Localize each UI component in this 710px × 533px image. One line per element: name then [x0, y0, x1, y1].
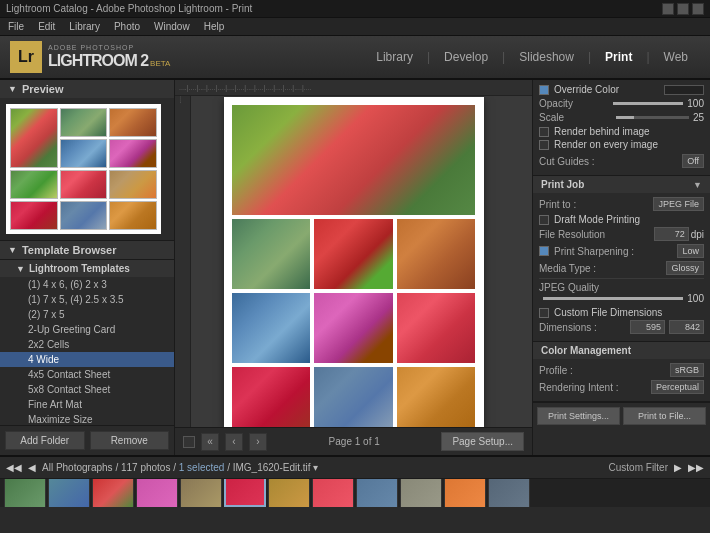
draft-mode-checkbox[interactable]	[539, 215, 549, 225]
template-browser-label: Template Browser	[22, 244, 117, 256]
sharpening-checkbox[interactable]	[539, 246, 549, 256]
sharpening-dropdown[interactable]: Low	[677, 244, 704, 258]
filmstrip-thumb-8[interactable]	[312, 479, 354, 507]
override-color-checkbox[interactable]	[539, 85, 549, 95]
photo-cell-large	[232, 105, 476, 215]
nav-prev-button[interactable]: ‹	[225, 433, 243, 451]
filmstrip-thumb-1[interactable]	[4, 479, 46, 507]
scale-slider-fill	[616, 116, 634, 119]
profile-dropdown[interactable]: sRGB	[670, 363, 704, 377]
template-browser-header[interactable]: ▼ Template Browser	[0, 241, 174, 259]
render-every-row: Render on every image	[539, 139, 704, 150]
preview-header[interactable]: ▼ Preview	[0, 80, 174, 98]
print-to-row: Print to : JPEG File	[539, 197, 704, 211]
filmstrip-thumb-2[interactable]	[48, 479, 90, 507]
add-folder-button[interactable]: Add Folder	[5, 431, 85, 450]
sharpening-label: Print Sharpening :	[554, 246, 677, 257]
filmstrip-next-icon[interactable]: ▶	[674, 462, 682, 473]
tab-print[interactable]: Print	[593, 46, 644, 68]
template-item-3[interactable]: (2) 7 x 5	[0, 307, 174, 322]
filmstrip-thumb-9[interactable]	[356, 479, 398, 507]
filmstrip-thumb-5[interactable]	[180, 479, 222, 507]
jpeg-quality-slider[interactable]	[543, 297, 683, 300]
template-item-4[interactable]: 2-Up Greeting Card	[0, 322, 174, 337]
template-item-5[interactable]: 2x2 Cells	[0, 337, 174, 352]
menu-library[interactable]: Library	[69, 21, 100, 32]
photo-cell-5	[232, 293, 311, 363]
template-item-6[interactable]: 4 Wide	[0, 352, 174, 367]
template-item-2[interactable]: (1) 7 x 5, (4) 2.5 x 3.5	[0, 292, 174, 307]
opacity-slider[interactable]	[613, 102, 683, 105]
logo-adobe-text: ADOBE PHOTOSHOP	[48, 44, 170, 52]
filmstrip-thumb-10[interactable]	[400, 479, 442, 507]
photo-cell-8	[232, 367, 311, 428]
remove-button[interactable]: Remove	[90, 431, 170, 450]
scale-slider[interactable]	[616, 116, 689, 119]
render-behind-checkbox[interactable]	[539, 127, 549, 137]
override-color-row: Override Color	[539, 84, 704, 95]
template-item-7[interactable]: 4x5 Contact Sheet	[0, 367, 174, 382]
menu-photo[interactable]: Photo	[114, 21, 140, 32]
preview-cell-2	[60, 108, 108, 137]
dim-width-input[interactable]	[630, 320, 665, 334]
cut-guides-dropdown[interactable]: Off	[682, 154, 704, 168]
center-panel: ....|....|....|....|....|....|....|....|…	[175, 80, 532, 455]
select-checkbox[interactable]	[183, 436, 195, 448]
filmstrip-thumb-7[interactable]	[268, 479, 310, 507]
template-item-10[interactable]: Maximize Size	[0, 412, 174, 425]
filmstrip-thumb-12[interactable]	[488, 479, 530, 507]
minimize-button[interactable]	[662, 3, 674, 15]
print-settings-button[interactable]: Print Settings...	[537, 407, 620, 425]
menu-file[interactable]: File	[8, 21, 24, 32]
tab-develop[interactable]: Develop	[432, 46, 500, 68]
lightroom-templates-group[interactable]: ▼ Lightroom Templates	[0, 260, 174, 277]
print-to-file-button[interactable]: Print to File...	[623, 407, 706, 425]
file-res-input[interactable]	[654, 227, 689, 241]
filmstrip-thumb-6[interactable]	[224, 479, 266, 507]
menu-window[interactable]: Window	[154, 21, 190, 32]
main-area: ▼ Preview	[0, 80, 710, 455]
tab-slideshow[interactable]: Slideshow	[507, 46, 586, 68]
opacity-row: Opacity 100	[539, 98, 704, 109]
tab-library[interactable]: Library	[364, 46, 425, 68]
left-panel-buttons: Add Folder Remove	[0, 425, 174, 455]
template-browser-section: ▼ Template Browser	[0, 241, 174, 260]
preview-canvas	[6, 104, 161, 234]
filmstrip-prev-icon[interactable]: ◀	[28, 462, 36, 473]
preview-cell-1	[10, 108, 58, 168]
filmstrip-prev-prev-icon[interactable]: ◀◀	[6, 462, 22, 473]
render-every-checkbox[interactable]	[539, 140, 549, 150]
page-setup-button[interactable]: Page Setup...	[441, 432, 524, 451]
titlebar-buttons	[662, 3, 704, 15]
menu-edit[interactable]: Edit	[38, 21, 55, 32]
template-item-9[interactable]: Fine Art Mat	[0, 397, 174, 412]
template-item-1[interactable]: (1) 4 x 6, (6) 2 x 3	[0, 277, 174, 292]
file-res-unit: dpi	[691, 229, 704, 240]
opacity-value: 100	[687, 98, 704, 109]
logo-area: Lr ADOBE PHOTOSHOP LIGHTROOM 2 BETA	[10, 41, 210, 73]
filmstrip-thumb-4[interactable]	[136, 479, 178, 507]
print-to-dropdown[interactable]: JPEG File	[653, 197, 704, 211]
logo-icon: Lr	[10, 41, 42, 73]
tab-web[interactable]: Web	[652, 46, 700, 68]
filmstrip: ◀◀ ◀ All Photographs / 117 photos / 1 se…	[0, 455, 710, 507]
nav-prev-prev-button[interactable]: «	[201, 433, 219, 451]
maximize-button[interactable]	[677, 3, 689, 15]
filmstrip-thumb-11[interactable]	[444, 479, 486, 507]
draft-mode-label: Draft Mode Printing	[554, 214, 640, 225]
custom-dims-label: Custom File Dimensions	[554, 307, 662, 318]
dim-height-input[interactable]	[669, 320, 704, 334]
filmstrip-thumb-3[interactable]	[92, 479, 134, 507]
rendering-intent-dropdown[interactable]: Perceptual	[651, 380, 704, 394]
close-button[interactable]	[692, 3, 704, 15]
filmstrip-next-next-icon[interactable]: ▶▶	[688, 462, 704, 473]
nav-next-button[interactable]: ›	[249, 433, 267, 451]
color-bar[interactable]	[664, 85, 704, 95]
render-every-label: Render on every image	[554, 139, 658, 150]
media-type-dropdown[interactable]: Glossy	[666, 261, 704, 275]
print-job-expand-icon[interactable]: ▼	[693, 180, 702, 190]
print-job-label: Print Job	[541, 179, 584, 190]
template-item-8[interactable]: 5x8 Contact Sheet	[0, 382, 174, 397]
custom-dims-checkbox[interactable]	[539, 308, 549, 318]
menu-help[interactable]: Help	[204, 21, 225, 32]
